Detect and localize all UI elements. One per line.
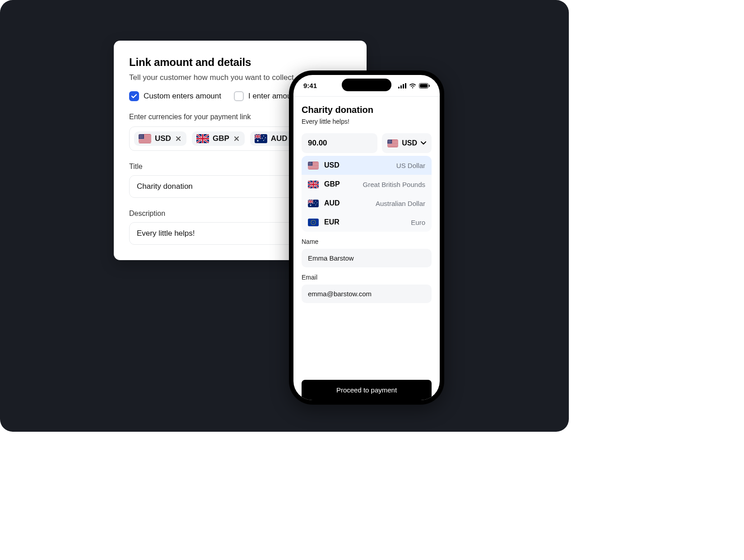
choice-custom-amount[interactable]: Custom enters amount (129, 91, 221, 101)
email-value: emma@barstow.com (308, 290, 372, 298)
currency-option-aud[interactable]: AUD Australian Dollar (302, 194, 432, 213)
flag-gb-icon (308, 181, 319, 188)
option-code: USD (324, 161, 344, 169)
choice-label: Custom enters amount (144, 92, 221, 101)
panel-heading: Link amount and details (129, 56, 351, 69)
checkbox-checked-icon (129, 91, 139, 101)
option-name: Euro (411, 219, 425, 226)
name-input[interactable]: Emma Barstow (302, 249, 432, 267)
currency-option-eur[interactable]: EUR Euro (302, 213, 432, 232)
option-name: Australian Dollar (376, 200, 425, 207)
option-code: EUR (324, 218, 344, 226)
proceed-button[interactable]: Proceed to payment (302, 380, 432, 400)
currency-select[interactable]: USD (382, 133, 432, 153)
status-icons (398, 83, 430, 89)
svg-rect-39 (400, 85, 402, 89)
choice-fixed-amount[interactable]: I enter amount (234, 91, 298, 101)
flag-us-icon (139, 134, 151, 143)
currency-code: USD (402, 139, 417, 147)
name-label: Name (302, 238, 432, 245)
option-code: GBP (324, 180, 344, 188)
phone-content: Charity donation Every little helps! 90.… (293, 97, 440, 373)
status-time: 9:41 (303, 82, 317, 89)
notch-icon (342, 79, 391, 91)
phone-frame: 9:41 Charity donation Every little helps… (289, 70, 444, 405)
flag-gb-icon (196, 134, 209, 143)
svg-rect-38 (398, 87, 400, 89)
option-code: AUD (324, 199, 344, 207)
phone-screen: 9:41 Charity donation Every little helps… (293, 75, 440, 400)
remove-chip-icon[interactable] (175, 135, 182, 142)
option-name: Great British Pounds (363, 181, 425, 188)
svg-rect-40 (403, 84, 404, 89)
email-input[interactable]: emma@barstow.com (302, 285, 432, 303)
chip-code: GBP (213, 134, 229, 143)
currency-option-usd[interactable]: USD US Dollar (302, 156, 432, 175)
currency-chip-usd[interactable]: USD (134, 131, 186, 146)
chevron-down-icon (421, 141, 426, 145)
name-value: Emma Barstow (308, 254, 354, 262)
chip-code: AUD (271, 134, 288, 143)
amount-value: 90.00 (308, 139, 327, 148)
checkbox-unchecked-icon (234, 91, 244, 101)
remove-chip-icon[interactable] (233, 135, 240, 142)
cellular-icon (398, 83, 406, 89)
wifi-icon (409, 83, 416, 89)
amount-input[interactable]: 90.00 (302, 133, 377, 153)
currency-chip-gbp[interactable]: GBP (192, 131, 245, 146)
svg-rect-41 (405, 83, 406, 89)
currency-dropdown: USD US Dollar GBP Great British Pounds A… (302, 156, 432, 232)
flag-au-icon (308, 200, 319, 207)
page-title: Charity donation (302, 105, 432, 115)
svg-rect-43 (420, 84, 428, 88)
battery-icon (419, 83, 430, 89)
flag-us-icon (387, 140, 398, 147)
flag-au-icon (255, 134, 267, 143)
flag-us-icon (308, 162, 319, 169)
page-tagline: Every little helps! (302, 118, 432, 125)
svg-rect-44 (429, 84, 430, 87)
currency-option-gbp[interactable]: GBP Great British Pounds (302, 175, 432, 194)
option-name: US Dollar (396, 162, 425, 169)
email-label: Email (302, 274, 432, 281)
stage: Link amount and details Tell your custom… (0, 0, 569, 432)
flag-eu-icon (308, 219, 319, 226)
chip-code: USD (155, 134, 171, 143)
